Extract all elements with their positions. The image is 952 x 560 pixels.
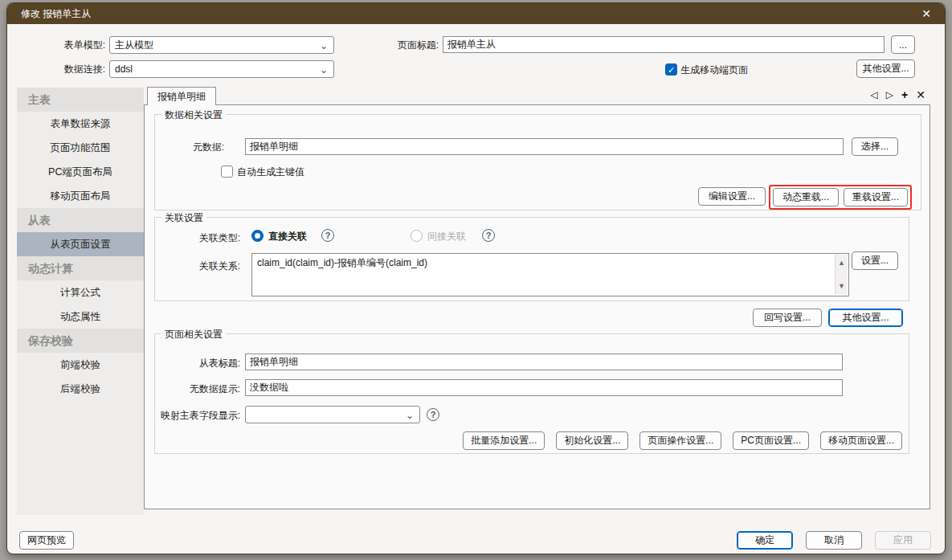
other-settings-relation-button[interactable]: 其他设置... [828,309,903,327]
auto-pk-checkbox-label: 自动生成主键值 [237,166,304,178]
tab-close-icon[interactable]: ✕ [916,88,925,101]
mapping-field-label: 映射主表字段显示: [155,407,240,424]
nodata-hint-input[interactable]: 没数据啦 [245,379,843,396]
close-icon[interactable]: ✕ [919,6,934,21]
chevron-down-icon: ⌄ [320,62,328,78]
edit-settings-button[interactable]: 编辑设置... [698,187,766,206]
page-title-label: 页面标题: [365,36,439,54]
page-settings-buttons: 批量添加设置... 初始化设置... 页面操作设置... PC页面设置... 移… [463,431,902,450]
check-icon: ✓ [668,65,675,75]
sidebar-header-dynamic-calc: 动态计算 [17,256,144,280]
tab-next-icon[interactable]: ▷ [886,89,893,100]
sidebar-item-dynamic-attr[interactable]: 动态属性 [17,305,144,329]
dialog-window: 修改 报销单主从 ✕ 表单模型: 主从模型 ⌄ 页面标题: 报销单主从 ... … [6,2,946,554]
page-settings-group: 页面相关设置 从表标题: 报销单明细 无数据提示: 没数据啦 映射主表字段显示:… [154,333,909,454]
tabstrip-controls: ◁ ▷ + ✕ [871,88,925,101]
apply-button[interactable]: 应用 [875,531,931,550]
tab-prev-icon[interactable]: ◁ [871,89,878,100]
sidebar-item-detail-page-settings[interactable]: 从表页面设置 [17,232,144,256]
relation-mapping-textarea[interactable]: claim_id(claim_id)-报销单编号(claim_id) ▲ ▼ [251,253,849,296]
sidebar-header-detail: 从表 [17,208,144,232]
mapping-field-select[interactable]: ⌄ [245,406,420,423]
batch-add-settings-button[interactable]: 批量添加设置... [463,431,545,450]
mobile-page-checkbox[interactable]: ✓ [665,63,677,76]
detail-title-input[interactable]: 报销单明细 [245,354,843,370]
pc-page-settings-button[interactable]: PC页面设置... [733,431,809,450]
init-settings-button[interactable]: 初始化设置... [556,431,628,450]
indirect-relation-radio[interactable] [411,230,423,242]
scroll-down-icon[interactable]: ▼ [838,280,845,293]
page-title-more-button[interactable]: ... [891,35,915,54]
page-title-input[interactable]: 报销单主从 [443,36,885,53]
form-model-label: 表单模型: [31,36,105,54]
tab-add-icon[interactable]: + [901,88,908,101]
data-connection-select[interactable]: ddsl ⌄ [109,60,334,78]
direct-relation-radio[interactable] [251,230,264,242]
sidebar-item-calc-formula[interactable]: 计算公式 [17,280,144,305]
nodata-hint-label: 无数据提示: [168,380,240,398]
relation-type-label: 关联类型: [178,229,240,247]
sidebar-item-frontend-validation[interactable]: 前端校验 [17,353,144,377]
sidebar-item-page-scope[interactable]: 页面功能范围 [17,136,144,160]
mapping-field-help-icon[interactable]: ? [427,408,439,421]
sidebar-item-pc-layout[interactable]: PC端页面布局 [17,160,144,184]
metadata-label: 元数据: [170,138,224,156]
tab-page: 数据相关设置 元数据: 报销单明细 选择... 自动生成主键值 编辑设置... … [144,104,930,509]
sidebar-header-master: 主表 [17,88,144,112]
other-settings-top-button[interactable]: 其他设置... [856,59,915,78]
scrollbar[interactable]: ▲ ▼ [835,255,848,295]
relation-settings-group-title: 关联设置 [161,211,206,225]
metadata-input[interactable]: 报销单明细 [245,138,844,155]
sidebar-item-form-data-source[interactable]: 表单数据来源 [17,112,144,136]
chevron-down-icon: ⌄ [320,38,328,54]
ok-button[interactable]: 确定 [737,531,793,550]
web-preview-button[interactable]: 网页预览 [19,531,74,550]
scroll-up-icon[interactable]: ▲ [838,256,845,270]
sidebar: 主表 表单数据来源 页面功能范围 PC端页面布局 移动页面布局 从表 从表页面设… [17,88,144,515]
relation-settings-button[interactable]: 设置... [852,251,898,270]
titlebar[interactable]: 修改 报销单主从 ✕ [7,3,945,24]
window-title: 修改 报销单主从 [21,7,91,21]
tab-detail[interactable]: 报销单明细 [147,87,216,105]
select-metadata-button[interactable]: 选择... [852,137,898,156]
direct-relation-label: 直接关联 [268,230,307,243]
chevron-down-icon: ⌄ [406,407,414,423]
sidebar-item-backend-validation[interactable]: 后端校验 [17,377,144,401]
page-action-settings-button[interactable]: 页面操作设置... [639,431,721,450]
reload-settings-button[interactable]: 重载设置... [844,188,908,206]
sidebar-header-save-validation: 保存校验 [17,329,144,353]
dynamic-reload-button[interactable]: 动态重载... [773,188,839,206]
page-settings-group-title: 页面相关设置 [161,328,226,341]
data-settings-group-title: 数据相关设置 [161,108,226,122]
relation-mapping-label: 关联关系: [178,257,240,275]
red-annotation-box: 动态重载... 重载设置... [769,185,912,210]
cancel-button[interactable]: 取消 [806,531,862,550]
form-model-select[interactable]: 主从模型 ⌄ [109,36,334,54]
data-connection-label: 数据连接: [31,60,105,78]
mobile-page-checkbox-label: 生成移动端页面 [680,63,748,76]
relation-settings-group: 关联设置 关联类型: 直接关联 ? 间接关联 ? 关联关系: claim_id(… [154,217,909,301]
detail-title-label: 从表标题: [178,354,240,372]
data-settings-group: 数据相关设置 元数据: 报销单明细 选择... 自动生成主键值 编辑设置... … [154,114,921,211]
direct-relation-help-icon[interactable]: ? [321,229,334,242]
mobile-page-settings-button[interactable]: 移动页面设置... [820,431,902,450]
indirect-relation-help-icon[interactable]: ? [482,229,495,242]
sidebar-item-mobile-layout[interactable]: 移动页面布局 [17,184,144,208]
indirect-relation-label: 间接关联 [427,230,466,243]
writeback-settings-button[interactable]: 回写设置... [753,309,822,327]
auto-pk-checkbox[interactable] [221,166,233,178]
